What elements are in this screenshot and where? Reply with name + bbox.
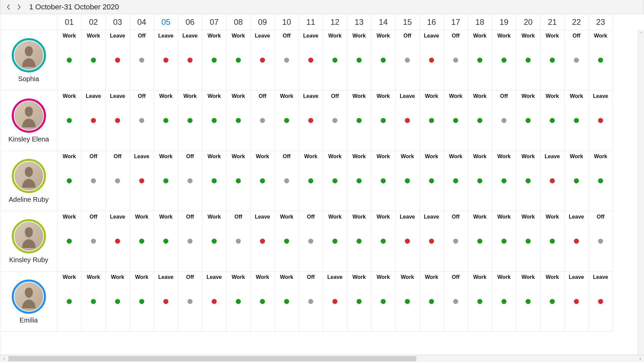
schedule-cell[interactable]: Work xyxy=(275,211,299,272)
day-header[interactable]: 16 xyxy=(420,14,444,30)
day-header[interactable]: 10 xyxy=(275,14,299,30)
schedule-cell[interactable]: Work xyxy=(347,30,371,90)
schedule-cell[interactable]: Work xyxy=(395,272,420,332)
schedule-cell[interactable]: Work xyxy=(371,151,395,211)
schedule-cell[interactable]: Work xyxy=(371,30,395,90)
schedule-cell[interactable]: Leave xyxy=(106,211,130,272)
day-header[interactable]: 19 xyxy=(492,14,516,30)
schedule-cell[interactable]: Work xyxy=(540,272,565,332)
schedule-cell[interactable]: Work xyxy=(492,30,516,90)
day-header[interactable]: 08 xyxy=(226,14,251,30)
day-header[interactable]: 11 xyxy=(299,14,323,30)
schedule-cell[interactable]: Work xyxy=(420,272,444,332)
schedule-cell[interactable]: Work xyxy=(468,151,492,211)
day-header[interactable]: 13 xyxy=(347,14,371,30)
schedule-cell[interactable]: Work xyxy=(371,272,395,332)
schedule-cell[interactable]: Leave xyxy=(251,30,275,90)
schedule-cell[interactable]: Work xyxy=(106,272,130,332)
schedule-cell[interactable]: Work xyxy=(468,30,492,90)
day-header[interactable]: 04 xyxy=(130,14,154,30)
schedule-cell[interactable]: Work xyxy=(540,30,565,90)
schedule-cell[interactable]: Work xyxy=(444,151,468,211)
schedule-cell[interactable]: Work xyxy=(444,90,468,151)
schedule-cell[interactable]: Work xyxy=(202,30,226,90)
schedule-cell[interactable]: Work xyxy=(492,151,516,211)
schedule-cell[interactable]: Off xyxy=(299,211,323,272)
schedule-cell[interactable]: Off xyxy=(226,211,251,272)
day-header[interactable]: 07 xyxy=(202,14,226,30)
schedule-cell[interactable]: Work xyxy=(226,90,251,151)
schedule-cell[interactable]: Work xyxy=(468,211,492,272)
schedule-cell[interactable]: Work xyxy=(130,272,154,332)
schedule-cell[interactable]: Off xyxy=(178,211,202,272)
schedule-cell[interactable]: Work xyxy=(565,90,589,151)
schedule-cell[interactable]: Leave xyxy=(420,211,444,272)
schedule-cell[interactable]: Work xyxy=(82,272,106,332)
schedule-cell[interactable]: Work xyxy=(82,30,106,90)
schedule-cell[interactable]: Leave xyxy=(589,272,613,332)
day-header[interactable]: 05 xyxy=(154,14,178,30)
schedule-cell[interactable]: Off xyxy=(565,30,589,90)
schedule-cell[interactable]: Work xyxy=(540,90,565,151)
day-header[interactable]: 02 xyxy=(82,14,106,30)
vertical-scrollbar[interactable]: ˄ xyxy=(638,30,644,355)
schedule-cell[interactable]: Work xyxy=(154,90,178,151)
schedule-cell[interactable]: Leave xyxy=(565,211,589,272)
schedule-cell[interactable]: Work xyxy=(226,151,251,211)
schedule-cell[interactable]: Off xyxy=(323,90,347,151)
schedule-cell[interactable]: Work xyxy=(420,90,444,151)
schedule-cell[interactable]: Work xyxy=(420,151,444,211)
schedule-cell[interactable]: Off xyxy=(444,30,468,90)
schedule-cell[interactable]: Off xyxy=(395,30,420,90)
day-header[interactable]: 22 xyxy=(565,14,589,30)
schedule-cell[interactable]: Leave xyxy=(323,272,347,332)
schedule-cell[interactable]: Work xyxy=(275,90,299,151)
schedule-cell[interactable]: Off xyxy=(275,30,299,90)
schedule-cell[interactable]: Work xyxy=(492,211,516,272)
scroll-area[interactable]: 0102030405060708091011121314151617181920… xyxy=(0,14,644,355)
schedule-cell[interactable]: Off xyxy=(178,151,202,211)
day-header[interactable]: 20 xyxy=(516,14,540,30)
schedule-cell[interactable]: Off xyxy=(106,151,130,211)
schedule-cell[interactable]: Work xyxy=(154,211,178,272)
schedule-cell[interactable]: Leave xyxy=(154,30,178,90)
schedule-cell[interactable]: Work xyxy=(395,151,420,211)
schedule-cell[interactable]: Work xyxy=(323,211,347,272)
day-header[interactable]: 09 xyxy=(251,14,275,30)
schedule-cell[interactable]: Work xyxy=(226,30,251,90)
day-header[interactable]: 01 xyxy=(57,14,82,30)
schedule-cell[interactable]: Off xyxy=(82,211,106,272)
schedule-cell[interactable]: Work xyxy=(468,90,492,151)
schedule-cell[interactable]: Work xyxy=(202,151,226,211)
schedule-cell[interactable]: Off xyxy=(178,272,202,332)
schedule-cell[interactable]: Work xyxy=(516,151,540,211)
schedule-cell[interactable]: Work xyxy=(57,272,82,332)
schedule-cell[interactable]: Work xyxy=(57,151,82,211)
horizontal-scrollbar[interactable]: ‹ › xyxy=(0,355,644,362)
schedule-cell[interactable]: Leave xyxy=(154,272,178,332)
schedule-cell[interactable]: Work xyxy=(492,272,516,332)
schedule-cell[interactable]: Leave xyxy=(395,90,420,151)
day-header[interactable]: 17 xyxy=(444,14,468,30)
schedule-cell[interactable]: Leave xyxy=(395,211,420,272)
schedule-cell[interactable]: Off xyxy=(444,211,468,272)
day-header[interactable]: 12 xyxy=(323,14,347,30)
schedule-cell[interactable]: Work xyxy=(468,272,492,332)
schedule-cell[interactable]: Leave xyxy=(82,90,106,151)
scroll-up-icon[interactable]: ˄ xyxy=(638,30,644,37)
schedule-cell[interactable]: Work xyxy=(323,30,347,90)
schedule-cell[interactable]: Off xyxy=(275,151,299,211)
schedule-cell[interactable]: Leave xyxy=(130,151,154,211)
schedule-cell[interactable]: Work xyxy=(589,151,613,211)
schedule-cell[interactable]: Leave xyxy=(420,30,444,90)
schedule-cell[interactable]: Work xyxy=(371,90,395,151)
day-header[interactable]: 15 xyxy=(395,14,420,30)
schedule-cell[interactable]: Work xyxy=(371,211,395,272)
schedule-cell[interactable]: Work xyxy=(347,211,371,272)
employee-row-label[interactable]: Kinsley Ruby xyxy=(0,211,57,272)
schedule-cell[interactable]: Leave xyxy=(106,30,130,90)
schedule-cell[interactable]: Work xyxy=(540,211,565,272)
employee-row-label[interactable]: Emilia xyxy=(0,272,57,332)
schedule-cell[interactable]: Work xyxy=(565,151,589,211)
schedule-cell[interactable]: Work xyxy=(589,30,613,90)
